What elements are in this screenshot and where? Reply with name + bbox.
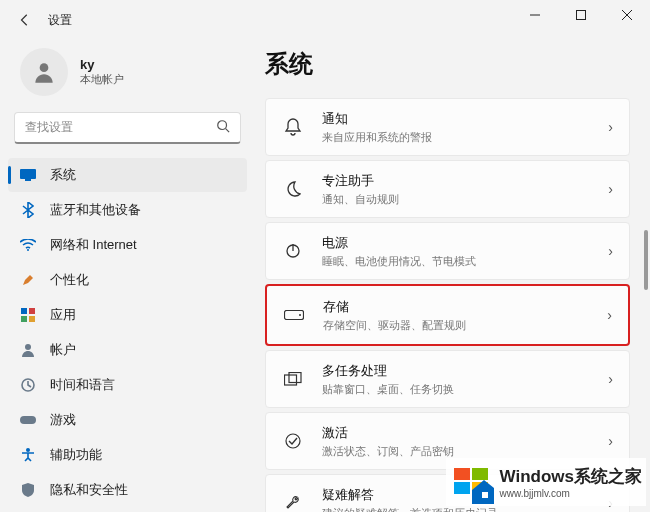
drive-icon	[283, 310, 305, 320]
sidebar-item-label: 帐户	[50, 341, 76, 359]
card-multitask[interactable]: 多任务处理贴靠窗口、桌面、任务切换 ›	[265, 350, 630, 408]
card-title: 激活	[322, 424, 608, 442]
sidebar: ky 本地帐户 查找设置 系统 蓝牙和其他设备 网络和 Internet 个性化…	[0, 40, 255, 512]
card-power[interactable]: 电源睡眠、电池使用情况、节电模式 ›	[265, 222, 630, 280]
moon-icon	[282, 181, 304, 197]
card-desc: 建议的疑难解答、首选项和历史记录	[322, 506, 608, 513]
svg-line-6	[226, 128, 230, 132]
card-storage[interactable]: 存储存储空间、驱动器、配置规则 ›	[265, 284, 630, 346]
svg-point-4	[40, 63, 49, 72]
profile[interactable]: ky 本地帐户	[8, 40, 247, 112]
svg-rect-22	[285, 375, 297, 385]
card-desc: 来自应用和系统的警报	[322, 130, 608, 145]
card-desc: 通知、自动规则	[322, 192, 608, 207]
svg-point-5	[218, 120, 227, 129]
clock-icon	[20, 377, 36, 393]
accessibility-icon	[20, 447, 36, 463]
card-title: 存储	[323, 298, 607, 316]
sidebar-item-label: 游戏	[50, 411, 76, 429]
svg-point-21	[299, 314, 301, 316]
svg-rect-16	[20, 416, 36, 424]
wrench-icon	[282, 495, 304, 511]
svg-rect-13	[29, 316, 35, 322]
chevron-right-icon: ›	[608, 119, 613, 135]
scrollbar[interactable]	[644, 230, 648, 290]
search-input[interactable]: 查找设置	[14, 112, 241, 144]
chevron-right-icon: ›	[608, 181, 613, 197]
card-title: 专注助手	[322, 172, 608, 190]
svg-rect-11	[29, 308, 35, 314]
back-button[interactable]	[10, 5, 40, 35]
sidebar-item-label: 时间和语言	[50, 376, 115, 394]
svg-point-17	[26, 448, 30, 452]
svg-rect-7	[20, 169, 36, 179]
sidebar-item-label: 个性化	[50, 271, 89, 289]
card-notifications[interactable]: 通知来自应用和系统的警报 ›	[265, 98, 630, 156]
wifi-icon	[20, 237, 36, 253]
card-title: 通知	[322, 110, 608, 128]
sidebar-item-apps[interactable]: 应用	[8, 298, 247, 332]
svg-rect-10	[21, 308, 27, 314]
sidebar-item-personalization[interactable]: 个性化	[8, 263, 247, 297]
sidebar-item-time[interactable]: 时间和语言	[8, 368, 247, 402]
chevron-right-icon: ›	[608, 371, 613, 387]
sidebar-item-label: 应用	[50, 306, 76, 324]
sidebar-item-privacy[interactable]: 隐私和安全性	[8, 473, 247, 507]
check-icon	[282, 433, 304, 449]
sidebar-item-label: 隐私和安全性	[50, 481, 128, 499]
window-title: 设置	[48, 12, 72, 29]
card-desc: 睡眠、电池使用情况、节电模式	[322, 254, 608, 269]
sidebar-item-system[interactable]: 系统	[8, 158, 247, 192]
sidebar-item-bluetooth[interactable]: 蓝牙和其他设备	[8, 193, 247, 227]
power-icon	[282, 243, 304, 259]
card-title: 电源	[322, 234, 608, 252]
user-icon	[20, 342, 36, 358]
sidebar-item-update[interactable]: Windows 更新	[8, 508, 247, 512]
page-title: 系统	[265, 48, 630, 80]
profile-name: ky	[80, 57, 124, 72]
sidebar-item-gaming[interactable]: 游戏	[8, 403, 247, 437]
minimize-button[interactable]	[512, 0, 558, 30]
sidebar-item-label: 蓝牙和其他设备	[50, 201, 141, 219]
svg-rect-26	[472, 468, 488, 480]
search-icon	[216, 119, 230, 137]
shield-icon	[20, 482, 36, 498]
svg-point-24	[286, 434, 300, 448]
sidebar-item-accessibility[interactable]: 辅助功能	[8, 438, 247, 472]
bell-icon	[282, 118, 304, 136]
svg-rect-29	[482, 492, 488, 498]
card-desc: 激活状态、订阅、产品密钥	[322, 444, 608, 459]
chevron-right-icon: ›	[607, 307, 612, 323]
game-icon	[20, 412, 36, 428]
sidebar-item-network[interactable]: 网络和 Internet	[8, 228, 247, 262]
card-desc: 存储空间、驱动器、配置规则	[323, 318, 607, 333]
svg-rect-23	[289, 373, 301, 383]
sidebar-item-label: 系统	[50, 166, 76, 184]
svg-rect-25	[454, 468, 470, 480]
nav-list: 系统 蓝牙和其他设备 网络和 Internet 个性化 应用 帐户 时间和语言 …	[8, 158, 247, 512]
watermark-line1: Windows系统之家	[500, 465, 642, 488]
watermark-line2: www.bjjmlv.com	[500, 488, 642, 499]
close-button[interactable]	[604, 0, 650, 30]
svg-rect-12	[21, 316, 27, 322]
search-placeholder: 查找设置	[25, 119, 216, 136]
system-icon	[20, 167, 36, 183]
avatar	[20, 48, 68, 96]
main-panel: 系统 通知来自应用和系统的警报 › 专注助手通知、自动规则 › 电源睡眠、电池使…	[255, 40, 650, 512]
svg-point-14	[25, 344, 31, 350]
sidebar-item-label: 辅助功能	[50, 446, 102, 464]
svg-rect-27	[454, 482, 470, 494]
chevron-right-icon: ›	[608, 243, 613, 259]
svg-point-9	[27, 249, 29, 251]
sidebar-item-label: 网络和 Internet	[50, 236, 137, 254]
maximize-button[interactable]	[558, 0, 604, 30]
chevron-right-icon: ›	[608, 433, 613, 449]
brush-icon	[20, 272, 36, 288]
card-desc: 贴靠窗口、桌面、任务切换	[322, 382, 608, 397]
watermark: Windows系统之家www.bjjmlv.com	[446, 458, 646, 506]
svg-rect-8	[25, 179, 31, 181]
card-focus[interactable]: 专注助手通知、自动规则 ›	[265, 160, 630, 218]
profile-sub: 本地帐户	[80, 72, 124, 87]
sidebar-item-accounts[interactable]: 帐户	[8, 333, 247, 367]
apps-icon	[20, 307, 36, 323]
